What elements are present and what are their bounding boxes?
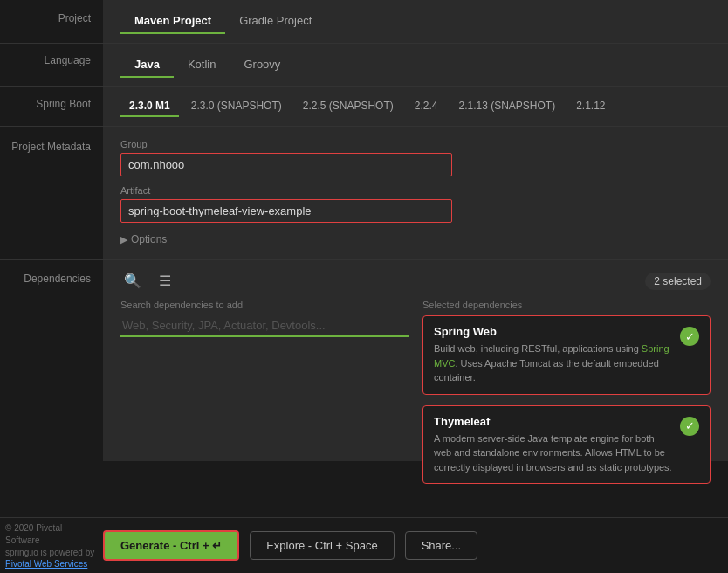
group-input[interactable] — [120, 153, 452, 176]
artifact-input[interactable] — [120, 199, 452, 223]
generate-button[interactable]: Generate - Ctrl + ↵ — [103, 530, 239, 561]
spring-mvc-link[interactable]: Spring MVC — [434, 343, 670, 369]
spring-boot-label: Spring Boot — [36, 98, 91, 110]
dep-selected-label: Selected dependencies — [422, 300, 711, 310]
dep-columns: Search dependencies to add Selected depe… — [120, 300, 711, 489]
language-tab-group: Java Kotlin Groovy — [120, 52, 711, 78]
dep-search-input[interactable] — [120, 315, 409, 337]
footer-pivotal-link[interactable]: Pivotal Web Services — [5, 559, 96, 569]
group-label: Group — [120, 139, 452, 149]
options-toggle[interactable]: ▶ Options — [120, 231, 711, 247]
explore-button[interactable]: Explore - Ctrl + Space — [250, 531, 395, 560]
tab-kotlin[interactable]: Kotlin — [174, 52, 230, 78]
dep-selected-area: Selected dependencies Spring Web Build w… — [422, 300, 711, 489]
tab-java[interactable]: Java — [120, 52, 174, 78]
selected-badge: 2 selected — [645, 273, 711, 290]
dep-spring-web-check[interactable]: ✓ — [680, 327, 699, 346]
dep-spring-web-desc: Build web, including RESTful, applicatio… — [434, 342, 673, 385]
dep-thymeleaf-desc: A modern server-side Java template engin… — [434, 431, 673, 475]
group-field-group: Group — [120, 139, 452, 176]
version-tab-2112[interactable]: 2.1.12 — [567, 96, 614, 117]
options-label: Options — [131, 233, 167, 245]
footer-line2: spring.io is powered by — [5, 547, 96, 559]
dep-thymeleaf-title: Thymeleaf — [434, 415, 673, 428]
dep-spring-web-title: Spring Web — [434, 325, 673, 338]
dep-list-icon-btn[interactable]: ☰ — [155, 271, 175, 291]
project-label: Project — [58, 12, 91, 24]
dep-search-area: Search dependencies to add — [120, 300, 409, 489]
share-button[interactable]: Share... — [405, 531, 478, 560]
dep-card-thymeleaf-info: Thymeleaf A modern server-side Java temp… — [434, 415, 673, 475]
project-metadata-label: Project Metadata — [11, 141, 91, 153]
dep-card-thymeleaf: Thymeleaf A modern server-side Java temp… — [422, 405, 711, 485]
dependencies-toolbar: 🔍 ☰ 2 selected — [120, 271, 711, 291]
artifact-label: Artifact — [120, 185, 452, 196]
dep-toolbar-left: 🔍 ☰ — [120, 271, 175, 291]
footer-line1: © 2020 Pivotal Software — [5, 522, 96, 547]
version-tab-group: 2.3.0 M1 2.3.0 (SNAPSHOT) 2.2.5 (SNAPSHO… — [120, 96, 711, 117]
chevron-right-icon: ▶ — [120, 234, 127, 245]
dependencies-label: Dependencies — [24, 273, 91, 285]
version-tab-230m1[interactable]: 2.3.0 M1 — [120, 96, 179, 117]
tab-groovy[interactable]: Groovy — [230, 52, 294, 78]
version-tab-224[interactable]: 2.2.4 — [406, 96, 447, 117]
footer-copyright: © 2020 Pivotal Software spring.io is pow… — [0, 517, 103, 573]
dep-search-icon-btn[interactable]: 🔍 — [120, 271, 145, 291]
tab-gradle[interactable]: Gradle Project — [225, 9, 326, 34]
artifact-field-group: Artifact — [120, 185, 452, 223]
version-tab-225snap[interactable]: 2.2.5 (SNAPSHOT) — [294, 96, 402, 117]
dep-card-spring-web-info: Spring Web Build web, including RESTful,… — [434, 325, 673, 385]
language-label: Language — [45, 54, 91, 66]
dep-thymeleaf-check[interactable]: ✓ — [680, 417, 699, 436]
dep-search-label: Search dependencies to add — [120, 300, 409, 310]
version-tab-230snap[interactable]: 2.3.0 (SNAPSHOT) — [182, 96, 291, 117]
project-tab-group: Maven Project Gradle Project — [120, 9, 711, 34]
dep-card-spring-web: Spring Web Build web, including RESTful,… — [422, 315, 711, 395]
version-tab-2113snap[interactable]: 2.1.13 (SNAPSHOT) — [450, 96, 564, 117]
tab-maven[interactable]: Maven Project — [120, 9, 225, 34]
